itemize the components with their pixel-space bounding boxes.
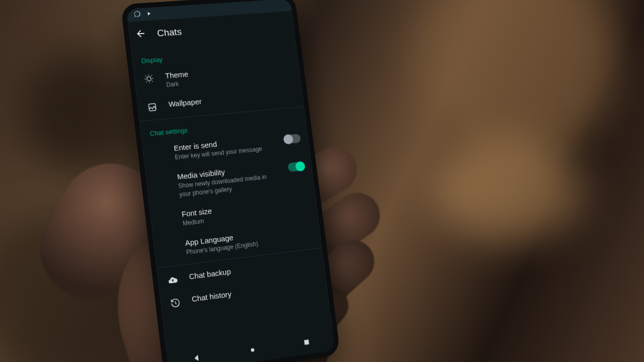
cloud-upload-icon [167, 275, 179, 286]
page-title: Chats [156, 26, 182, 39]
enter-is-send-toggle[interactable] [284, 134, 301, 144]
whatsapp-notification-icon [133, 10, 141, 20]
nav-back-button[interactable] [192, 353, 202, 362]
phone-frame: Chats Display Theme Dark Wallpaper [121, 0, 341, 362]
nav-home-button[interactable] [249, 346, 257, 356]
history-icon [169, 297, 181, 309]
theme-icon [143, 73, 155, 84]
spacer-icon [155, 175, 166, 176]
wallpaper-icon [146, 102, 158, 113]
svg-point-1 [251, 348, 255, 352]
spacer-icon [151, 146, 163, 147]
play-store-icon [145, 10, 152, 19]
media-visibility-toggle[interactable] [287, 162, 304, 172]
back-button[interactable] [134, 28, 147, 41]
nav-recents-button[interactable] [302, 338, 311, 349]
android-nav-bar [167, 328, 336, 362]
svg-rect-2 [304, 339, 309, 345]
spacer-icon [163, 241, 174, 242]
spacer-icon [159, 212, 170, 213]
